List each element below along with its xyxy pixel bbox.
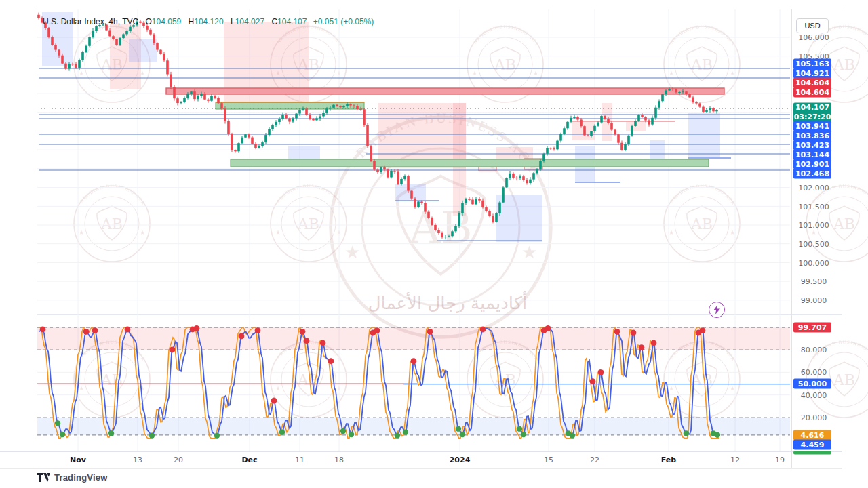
price-scale-label: 99.500 [793, 277, 834, 286]
tradingview-logo-text: TradingView [54, 472, 108, 483]
open-value: 104.059 [152, 17, 181, 26]
price-scale-label: 101.000 [793, 221, 834, 230]
time-axis-label: 18 [334, 455, 344, 464]
price-scale-label: 102.000 [793, 184, 834, 192]
price-scale-label: 80.000 [793, 346, 834, 354]
tradingview-branding[interactable]: TradingView [37, 472, 108, 483]
price-level-badge: 103.941 [793, 121, 831, 131]
price-scale-label: 101.500 [793, 203, 834, 211]
lightning-icon [713, 305, 720, 314]
price-level-badge: 102.901 [793, 159, 831, 169]
price-level-badge: 99.707 [793, 323, 831, 333]
symbol-title: U.S. Dollar Index, 4h, TVC [43, 17, 138, 26]
price-level-badge: 103.836 [793, 131, 831, 141]
price-level-badge: 104.921 [793, 68, 831, 79]
price-level-badge: 50.000 [793, 379, 831, 389]
current-price-badge: 104.10703:27:20 [793, 103, 831, 123]
high-label: H [189, 17, 195, 26]
price-level-badge [793, 451, 831, 455]
time-axis-label: 20 [174, 455, 183, 464]
low-label: L [231, 17, 235, 26]
price-scale-label: 40.000 [793, 391, 834, 400]
close-value: 104.107 [277, 17, 307, 26]
price-level-badge: 102.468 [793, 169, 831, 179]
high-value: 104.120 [194, 17, 223, 26]
open-label: O [146, 17, 152, 26]
close-label: C [271, 17, 277, 26]
price-scale-label: 100.000 [793, 259, 834, 268]
change-value: +0.051 (+0.05%) [313, 17, 374, 26]
main-price-pane[interactable] [37, 9, 790, 316]
time-axis-label: 12 [730, 455, 740, 464]
time-axis-label: Dec [241, 455, 257, 464]
currency-button[interactable]: USD [796, 18, 829, 33]
low-value: 104.027 [235, 17, 264, 26]
time-axis-label: Nov [70, 455, 86, 464]
price-scale-label: 100.500 [793, 240, 834, 249]
symbol-legend: U.S. Dollar Index, 4h, TVC O104.059 H104… [43, 17, 374, 26]
tradingview-chart-page: ARABIAN BUSINESS ACADEMYAB★★ أكاديمية رج… [0, 0, 868, 488]
price-level-badge: 104.604 [793, 87, 831, 98]
time-axis[interactable]: Nov1320Dec111820241522Feb1219 [0, 451, 842, 469]
price-scale-label: 99.000 [793, 296, 834, 305]
price-level-badge: 103.144 [793, 150, 831, 160]
price-level-badge: 105.163 [793, 59, 831, 69]
time-axis-label: 15 [544, 455, 553, 464]
price-scale[interactable]: 106.000105.500102.000101.500101.000100.5… [791, 9, 843, 468]
time-axis-label: 13 [133, 455, 142, 464]
time-axis-label: 19 [775, 455, 785, 464]
price-level-badge: 103.423 [793, 140, 831, 150]
time-axis-label: Feb [661, 455, 676, 464]
instant-trade-lightning-button[interactable] [709, 302, 725, 318]
price-scale-label: 20.000 [793, 413, 834, 422]
time-axis-label: 2024 [450, 455, 471, 464]
price-level-badge: 4.616 [793, 430, 831, 441]
time-axis-label: 22 [590, 455, 599, 464]
price-scale-label: 106.000 [793, 33, 834, 42]
price-scale-label: 60.000 [793, 368, 834, 377]
stochastic-pane[interactable] [37, 316, 790, 451]
price-level-badge: 104.604 [793, 78, 831, 88]
price-level-badge: 4.459 [793, 440, 831, 450]
time-axis-label: 11 [295, 455, 304, 464]
tradingview-logo-icon [37, 473, 50, 482]
supply-demand-zones [42, 12, 720, 242]
